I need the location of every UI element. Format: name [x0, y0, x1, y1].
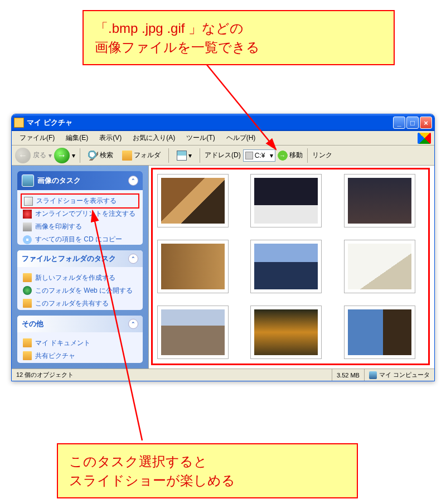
thumbnail[interactable]	[250, 306, 322, 359]
thumbnail[interactable]	[344, 306, 415, 359]
arrow-to-slideshow	[78, 207, 178, 444]
task-print-label: 画像を印刷する	[35, 222, 82, 231]
thumbnail-grid	[157, 174, 424, 365]
search-label: 検索	[100, 151, 113, 160]
back-label: 戻る	[33, 151, 46, 160]
picture-tasks-icon	[22, 175, 34, 187]
menu-edit[interactable]: 編集(E)	[61, 132, 93, 144]
prints-icon	[23, 210, 32, 219]
forward-dropdown[interactable]: ▾	[72, 152, 75, 159]
window-icon	[14, 118, 24, 128]
windows-flag-icon	[418, 133, 431, 144]
svg-line-1	[93, 211, 142, 440]
back-button[interactable]: ←	[15, 148, 31, 163]
status-bar: 12 個のオブジェクト 3.52 MB マイ コンピュータ	[12, 369, 434, 381]
folders-label: フォルダ	[134, 151, 161, 160]
globe-icon	[23, 286, 32, 295]
folder-icon	[122, 151, 132, 161]
annotation-top: 「.bmp .jpg .gif 」などの 画像ファイルを一覧できる	[83, 10, 395, 65]
status-location-text: マイ コンピュータ	[379, 371, 430, 379]
menu-view[interactable]: 表示(V)	[95, 132, 126, 144]
minimize-button[interactable]: _	[393, 117, 405, 129]
search-icon	[88, 151, 98, 161]
back-dropdown[interactable]: ▾	[49, 152, 52, 159]
annotation-bottom-text: このタスク選択すると スライドショーが楽しめる	[69, 454, 235, 488]
picture-tasks-title: 画像のタスク	[37, 176, 81, 186]
forward-button[interactable]: →	[54, 148, 70, 163]
status-objects-text: 12 個のオブジェクト	[16, 371, 74, 379]
share-folder-icon	[23, 299, 32, 308]
picture-tasks-header[interactable]: 画像のタスク ⌃	[17, 171, 143, 190]
content-pane[interactable]	[148, 166, 434, 369]
new-folder-icon	[23, 273, 32, 282]
annotation-bottom: このタスク選択すると スライドショーが楽しめる	[57, 443, 358, 498]
cd-icon	[23, 235, 32, 244]
menu-file[interactable]: ファイル(F)	[15, 132, 59, 144]
task-slideshow[interactable]: スライドショーを表示する	[21, 193, 139, 209]
separator	[80, 148, 80, 163]
thumbnail[interactable]	[250, 174, 322, 227]
annotation-top-text: 「.bmp .jpg .gif 」などの 画像ファイルを一覧できる	[95, 21, 260, 55]
menu-favorites[interactable]: お気に入り(A)	[128, 132, 180, 144]
thumbnail[interactable]	[250, 240, 322, 293]
my-computer-icon	[369, 371, 377, 379]
search-button[interactable]: 検索	[85, 149, 117, 162]
thumbnail[interactable]	[344, 240, 415, 293]
maximize-button[interactable]: □	[406, 117, 419, 129]
thumbnail[interactable]	[344, 174, 415, 227]
svg-line-0	[206, 64, 276, 149]
collapse-icon[interactable]: ⌃	[128, 176, 138, 186]
arrow-to-thumbnails	[190, 61, 290, 156]
close-button[interactable]: ×	[420, 117, 432, 129]
status-size: 3.52 MB	[332, 369, 365, 381]
separator	[168, 148, 169, 163]
slideshow-icon	[24, 197, 33, 206]
task-slideshow-label: スライドショーを表示する	[36, 196, 117, 206]
documents-icon	[23, 338, 32, 347]
folders-button[interactable]: フォルダ	[119, 149, 164, 162]
printer-icon	[23, 222, 32, 231]
views-icon	[177, 151, 187, 161]
status-size-text: 3.52 MB	[337, 372, 360, 379]
shared-pictures-icon	[23, 351, 32, 360]
separator	[307, 148, 308, 163]
link-shared-pictures-label: 共有ピクチャ	[35, 351, 75, 361]
status-location: マイ コンピュータ	[365, 369, 434, 381]
go-label: 移動	[289, 151, 303, 160]
links-label[interactable]: リンク	[312, 151, 332, 160]
thumbnails-highlight-box	[151, 168, 430, 365]
other-places-title: その他	[22, 319, 43, 329]
